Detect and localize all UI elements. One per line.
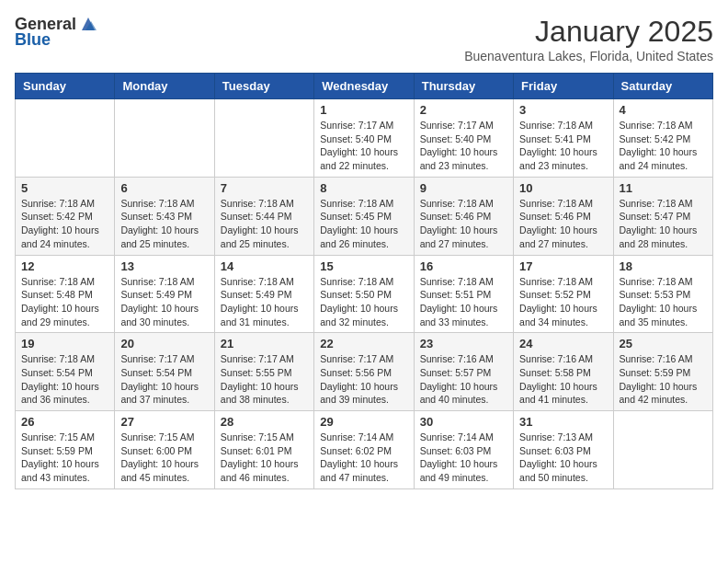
calendar-cell: 24Sunrise: 7:16 AM Sunset: 5:58 PM Dayli…: [514, 333, 613, 411]
day-number: 12: [21, 259, 108, 273]
day-info: Sunrise: 7:17 AM Sunset: 5:40 PM Dayligh…: [420, 119, 507, 173]
calendar-cell: 19Sunrise: 7:18 AM Sunset: 5:54 PM Dayli…: [16, 333, 115, 411]
title-block: January 2025 Buenaventura Lakes, Florida…: [464, 15, 713, 63]
day-info: Sunrise: 7:18 AM Sunset: 5:45 PM Dayligh…: [320, 197, 407, 251]
calendar-cell: 23Sunrise: 7:16 AM Sunset: 5:57 PM Dayli…: [414, 333, 513, 411]
day-info: Sunrise: 7:18 AM Sunset: 5:50 PM Dayligh…: [320, 275, 407, 329]
day-number: 31: [519, 415, 607, 429]
day-number: 19: [21, 337, 108, 350]
calendar-cell: 20Sunrise: 7:17 AM Sunset: 5:54 PM Dayli…: [115, 333, 214, 411]
calendar-cell: 3Sunrise: 7:18 AM Sunset: 5:41 PM Daylig…: [514, 99, 613, 178]
day-number: 9: [420, 181, 507, 195]
day-number: 24: [519, 337, 607, 350]
day-info: Sunrise: 7:16 AM Sunset: 5:58 PM Dayligh…: [519, 352, 607, 407]
calendar-week-row: 1Sunrise: 7:17 AM Sunset: 5:40 PM Daylig…: [16, 99, 713, 178]
day-number: 6: [120, 181, 208, 195]
calendar-day-header: Monday: [115, 74, 214, 99]
calendar-day-header: Saturday: [613, 74, 712, 99]
calendar-week-row: 19Sunrise: 7:18 AM Sunset: 5:54 PM Dayli…: [16, 333, 713, 411]
calendar-day-header: Sunday: [16, 74, 115, 99]
calendar-cell: 25Sunrise: 7:16 AM Sunset: 5:59 PM Dayli…: [613, 333, 712, 411]
calendar-cell: 27Sunrise: 7:15 AM Sunset: 6:00 PM Dayli…: [115, 411, 214, 489]
location: Buenaventura Lakes, Florida, United Stat…: [464, 49, 713, 63]
day-number: 21: [221, 337, 308, 350]
calendar-day-header: Friday: [514, 74, 613, 99]
calendar-cell: 15Sunrise: 7:18 AM Sunset: 5:50 PM Dayli…: [314, 255, 414, 333]
day-info: Sunrise: 7:18 AM Sunset: 5:48 PM Dayligh…: [21, 275, 108, 329]
day-info: Sunrise: 7:17 AM Sunset: 5:40 PM Dayligh…: [320, 119, 407, 173]
logo: General Blue: [15, 15, 98, 50]
day-info: Sunrise: 7:17 AM Sunset: 5:55 PM Dayligh…: [221, 352, 308, 407]
day-info: Sunrise: 7:18 AM Sunset: 5:51 PM Dayligh…: [420, 275, 507, 329]
day-info: Sunrise: 7:15 AM Sunset: 6:00 PM Dayligh…: [120, 431, 208, 485]
calendar-cell: 4Sunrise: 7:18 AM Sunset: 5:42 PM Daylig…: [613, 99, 712, 178]
day-number: 5: [21, 181, 108, 195]
day-info: Sunrise: 7:16 AM Sunset: 5:57 PM Dayligh…: [420, 352, 507, 407]
calendar-cell: 14Sunrise: 7:18 AM Sunset: 5:49 PM Dayli…: [214, 255, 313, 333]
calendar-cell: 1Sunrise: 7:17 AM Sunset: 5:40 PM Daylig…: [314, 99, 414, 178]
calendar-cell: 16Sunrise: 7:18 AM Sunset: 5:51 PM Dayli…: [414, 255, 513, 333]
day-info: Sunrise: 7:14 AM Sunset: 6:02 PM Dayligh…: [320, 431, 407, 485]
calendar-cell: 18Sunrise: 7:18 AM Sunset: 5:53 PM Dayli…: [613, 255, 712, 333]
calendar-cell: 11Sunrise: 7:18 AM Sunset: 5:47 PM Dayli…: [613, 177, 712, 255]
day-number: 25: [620, 337, 707, 350]
day-info: Sunrise: 7:15 AM Sunset: 5:59 PM Dayligh…: [21, 431, 108, 485]
day-info: Sunrise: 7:13 AM Sunset: 6:03 PM Dayligh…: [519, 431, 607, 485]
day-number: 27: [120, 415, 208, 429]
calendar-cell: 21Sunrise: 7:17 AM Sunset: 5:55 PM Dayli…: [214, 333, 313, 411]
day-info: Sunrise: 7:18 AM Sunset: 5:49 PM Dayligh…: [120, 275, 208, 329]
day-number: 10: [519, 181, 607, 195]
day-number: 22: [320, 337, 407, 350]
calendar-cell: 8Sunrise: 7:18 AM Sunset: 5:45 PM Daylig…: [314, 177, 414, 255]
calendar-cell: 26Sunrise: 7:15 AM Sunset: 5:59 PM Dayli…: [16, 411, 115, 489]
calendar-cell: [613, 411, 712, 489]
calendar-cell: [115, 99, 214, 178]
calendar-cell: 30Sunrise: 7:14 AM Sunset: 6:03 PM Dayli…: [414, 411, 513, 489]
day-number: 15: [320, 259, 407, 273]
day-info: Sunrise: 7:18 AM Sunset: 5:52 PM Dayligh…: [519, 275, 607, 329]
calendar-cell: [214, 99, 313, 178]
calendar-day-header: Wednesday: [314, 74, 414, 99]
day-info: Sunrise: 7:18 AM Sunset: 5:44 PM Dayligh…: [221, 197, 308, 251]
calendar-table: SundayMondayTuesdayWednesdayThursdayFrid…: [15, 73, 713, 489]
day-number: 29: [320, 415, 407, 429]
calendar-cell: 9Sunrise: 7:18 AM Sunset: 5:46 PM Daylig…: [414, 177, 513, 255]
page-header: General Blue January 2025 Buenaventura L…: [15, 15, 713, 63]
day-number: 11: [620, 181, 707, 195]
day-info: Sunrise: 7:18 AM Sunset: 5:46 PM Dayligh…: [519, 197, 607, 251]
day-number: 8: [320, 181, 407, 195]
day-number: 20: [120, 337, 208, 350]
day-number: 14: [221, 259, 308, 273]
day-number: 4: [620, 103, 707, 117]
day-info: Sunrise: 7:18 AM Sunset: 5:53 PM Dayligh…: [620, 275, 707, 329]
logo-icon: [78, 14, 98, 34]
day-info: Sunrise: 7:17 AM Sunset: 5:54 PM Dayligh…: [120, 352, 208, 407]
calendar-week-row: 12Sunrise: 7:18 AM Sunset: 5:48 PM Dayli…: [16, 255, 713, 333]
calendar-cell: 5Sunrise: 7:18 AM Sunset: 5:42 PM Daylig…: [16, 177, 115, 255]
calendar-week-row: 26Sunrise: 7:15 AM Sunset: 5:59 PM Dayli…: [16, 411, 713, 489]
day-number: 13: [120, 259, 208, 273]
calendar-cell: 22Sunrise: 7:17 AM Sunset: 5:56 PM Dayli…: [314, 333, 414, 411]
logo-blue: Blue: [15, 30, 51, 50]
day-info: Sunrise: 7:18 AM Sunset: 5:42 PM Dayligh…: [21, 197, 108, 251]
day-number: 16: [420, 259, 507, 273]
day-number: 28: [221, 415, 308, 429]
calendar-cell: 29Sunrise: 7:14 AM Sunset: 6:02 PM Dayli…: [314, 411, 414, 489]
day-number: 17: [519, 259, 607, 273]
day-number: 2: [420, 103, 507, 117]
calendar-cell: 10Sunrise: 7:18 AM Sunset: 5:46 PM Dayli…: [514, 177, 613, 255]
calendar-cell: 6Sunrise: 7:18 AM Sunset: 5:43 PM Daylig…: [115, 177, 214, 255]
day-info: Sunrise: 7:18 AM Sunset: 5:43 PM Dayligh…: [120, 197, 208, 251]
day-info: Sunrise: 7:16 AM Sunset: 5:59 PM Dayligh…: [620, 352, 707, 407]
day-number: 30: [420, 415, 507, 429]
calendar-week-row: 5Sunrise: 7:18 AM Sunset: 5:42 PM Daylig…: [16, 177, 713, 255]
day-number: 7: [221, 181, 308, 195]
month-title: January 2025: [464, 15, 713, 49]
calendar-cell: 2Sunrise: 7:17 AM Sunset: 5:40 PM Daylig…: [414, 99, 513, 178]
day-info: Sunrise: 7:18 AM Sunset: 5:49 PM Dayligh…: [221, 275, 308, 329]
calendar-cell: 7Sunrise: 7:18 AM Sunset: 5:44 PM Daylig…: [214, 177, 313, 255]
day-info: Sunrise: 7:18 AM Sunset: 5:42 PM Dayligh…: [620, 119, 707, 173]
calendar-cell: 13Sunrise: 7:18 AM Sunset: 5:49 PM Dayli…: [115, 255, 214, 333]
calendar-cell: 12Sunrise: 7:18 AM Sunset: 5:48 PM Dayli…: [16, 255, 115, 333]
day-info: Sunrise: 7:18 AM Sunset: 5:54 PM Dayligh…: [21, 352, 108, 407]
